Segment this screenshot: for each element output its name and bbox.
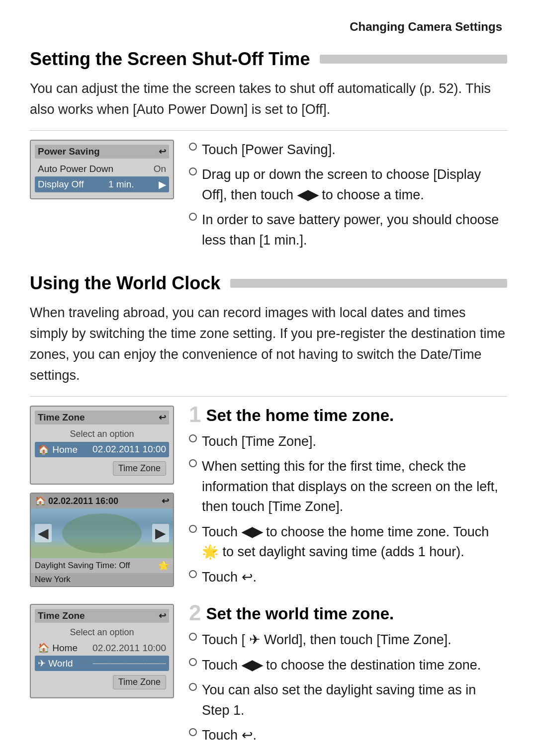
tz-screen2-title: Time Zone [38,610,85,621]
step2-header: 2 Set the world time zone. [189,604,507,624]
section1-title-bar [320,55,507,64]
daylight-label: Daylight Saving Time: Off [35,561,130,571]
world-map-city: New York [31,573,173,586]
tz-button-row1: Time Zone [35,457,169,480]
timezone-button1[interactable]: Time Zone [113,461,166,476]
bullet-icon [189,658,197,666]
home-value2: 02.02.2011 10:00 [92,643,166,654]
timezone-screen-2: Time Zone ↩ Select an option 🏠 Home 02.0… [30,604,174,698]
world-value: ───────────── [93,659,166,668]
bullet-icon [189,213,197,221]
section2-title: Using the World Clock [30,273,507,294]
step1-two-col: Time Zone ↩ Select an option 🏠 Home 02.0… [30,406,507,592]
tz-screen2-back-icon: ↩ [159,610,166,621]
bullet-icon [189,633,197,641]
power-saving-screen: Power Saving ↩ Auto Power Down On Displa… [30,140,174,199]
autopowerdown-label: Auto Power Down [38,164,113,174]
tz-home-row2: 🏠 Home 02.02.2011 10:00 [35,640,169,656]
section2-divider [30,396,507,397]
tz-screen2-title-row: Time Zone ↩ [35,609,169,623]
section1-title: Setting the Screen Shut-Off Time [30,49,507,70]
bullet-text: Touch [Time Zone]. [202,431,316,452]
bullet-item: When setting this for the first time, ch… [189,456,507,517]
bullet-item: You can also set the daylight saving tim… [189,680,507,720]
world-map-bottom: Daylight Saving Time: Off 🌟 [31,558,173,573]
bullet-icon [189,434,197,442]
bullet-text: When setting this for the first time, ch… [202,456,507,517]
bullet-icon [189,570,197,578]
world-map-screen: 🏠 02.02.2011 16:00 ↩ ◀ ▶ Daylight Saving… [30,493,174,587]
step2-left: Time Zone ↩ Select an option 🏠 Home 02.0… [30,604,174,698]
map-datetime: 🏠 02.02.2011 16:00 [35,496,118,506]
step1-right: 1 Set the home time zone. Touch [Time Zo… [189,406,507,592]
map-continent [62,513,142,553]
bullet-text: In order to save battery power, you shou… [202,210,507,250]
bullet-text: You can also set the daylight saving tim… [202,680,507,720]
step1-block: Time Zone ↩ Select an option 🏠 Home 02.0… [30,406,507,592]
bullet-icon [189,459,197,467]
displayoff-value: 1 min. [108,179,134,190]
step2-bullet-list: Touch [ ✈ World], then touch [Time Zone]… [189,630,507,746]
bullet-icon [189,525,197,533]
world-label: ✈ World [38,658,73,669]
bullet-text: Touch [ ✈ World], then touch [Time Zone]… [202,630,451,650]
autopowerdown-value: On [154,164,166,174]
step1-left: Time Zone ↩ Select an option 🏠 Home 02.0… [30,406,174,587]
section1-bullets: Touch [Power Saving]. Drag up or down th… [189,140,507,255]
bullet-item: Touch ◀▶ to choose the destination time … [189,655,507,675]
home-datetime: 02.02.2011 10:00 [92,444,166,455]
screen-row-displayoff: Display Off 1 min. ▶ [35,176,169,192]
section1-content: Power Saving ↩ Auto Power Down On Displa… [30,140,507,255]
section1-screen: Power Saving ↩ Auto Power Down On Displa… [30,140,174,199]
section2-wrapper: Using the World Clock When traveling abr… [30,273,507,750]
world-map-body: ◀ ▶ [31,508,173,558]
tz-screen1-title: Time Zone [38,412,85,423]
dst-icon: 🌟 [158,560,169,571]
bullet-item: In order to save battery power, you shou… [189,210,507,250]
timezone-button2[interactable]: Time Zone [113,675,166,689]
section1-bullet-list: Touch [Power Saving]. Drag up or down th… [189,140,507,251]
bullet-text: Touch ◀▶ to choose the destination time … [202,655,481,675]
bullet-item: Touch ↩. [189,725,507,746]
step2-number: 2 [189,602,201,624]
city-name: New York [35,575,71,585]
map-back-icon: ↩ [162,496,169,506]
map-right-arrow[interactable]: ▶ [152,524,169,542]
section2-title-bar [230,279,507,288]
bullet-item: Touch ◀▶ to choose the home time zone. T… [189,522,507,562]
step1-title: Set the home time zone. [206,406,394,425]
bullet-text: Touch ◀▶ to choose the home time zone. T… [202,522,507,562]
bullet-item: Drag up or down the screen to choose [Di… [189,165,507,205]
displayoff-label: Display Off [38,179,84,190]
bullet-icon [189,168,197,175]
section2-intro: When traveling abroad, you can record im… [30,303,507,386]
section2-title-text: Using the World Clock [30,273,220,294]
section1-title-text: Setting the Screen Shut-Off Time [30,49,310,70]
page-header: Changing Camera Settings [30,20,507,34]
home-icon: 🏠 Home [38,444,78,455]
tz-home-row: 🏠 Home 02.02.2011 10:00 [35,442,169,457]
bullet-item: Touch ↩. [189,567,507,588]
section1-divider [30,130,507,131]
home-label2: 🏠 Home [38,642,78,654]
screen-title: Power Saving [38,146,100,157]
page-number: 169 [481,754,507,756]
world-map-top: 🏠 02.02.2011 16:00 ↩ [31,494,173,508]
step1-number: 1 [189,404,201,425]
tz-world-row: ✈ World ───────────── [35,656,169,671]
map-left-arrow[interactable]: ◀ [35,524,52,542]
select-arrow: ▶ [159,178,166,190]
step1-header: 1 Set the home time zone. [189,406,507,425]
bullet-item: Touch [Time Zone]. [189,431,507,452]
select-option-label2: Select an option [35,626,169,640]
select-option-label: Select an option [35,427,169,442]
bullet-icon [189,728,197,736]
bullet-text: Touch ↩. [202,567,257,588]
step1-bullet-list: Touch [Time Zone]. When setting this for… [189,431,507,588]
tz-button-row2: Time Zone [35,671,169,693]
bullet-item: Touch [Power Saving]. [189,140,507,160]
timezone-screen-1: Time Zone ↩ Select an option 🏠 Home 02.0… [30,406,174,485]
step2-two-col: Time Zone ↩ Select an option 🏠 Home 02.0… [30,604,507,751]
screen-title-row: Power Saving ↩ [35,145,169,159]
screen-row-autopowerdown: Auto Power Down On [35,162,169,176]
